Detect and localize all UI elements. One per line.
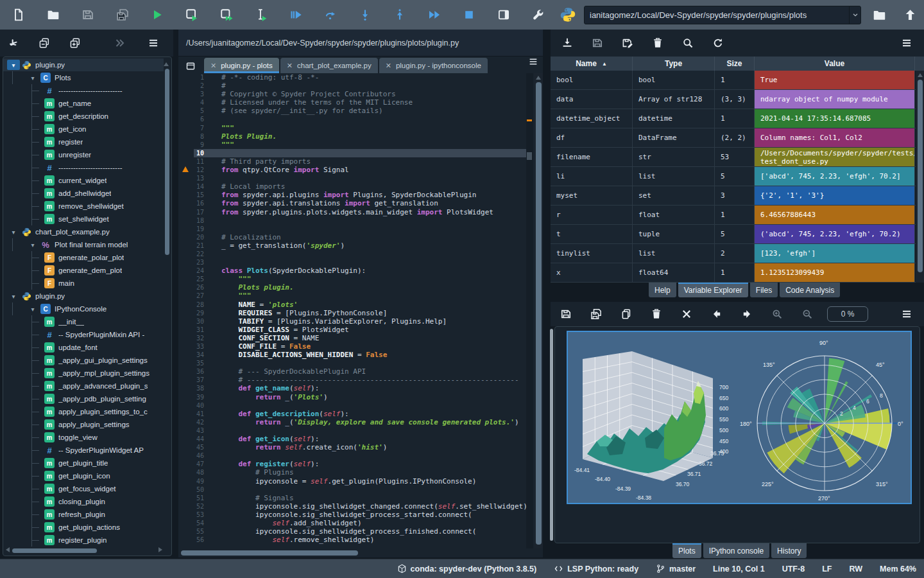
variable-name[interactable]: r — [551, 206, 633, 224]
variable-value[interactable]: ndarray object of numpy module — [755, 90, 915, 109]
outline-item-get_plugin_actions[interactable]: mget_plugin_actions — [3, 521, 164, 534]
encoding-status[interactable]: UTF-8 — [782, 565, 805, 574]
code-editor[interactable]: 1# -*- coding: utf-8 -*-2#3# Copyright ©… — [178, 73, 533, 548]
browse-tabs-button[interactable] — [182, 59, 199, 73]
variable-row-myset[interactable]: mysetset3{'2', '1', '3'} — [551, 186, 924, 206]
editor-hscroll-track[interactable] — [178, 548, 533, 557]
save-button[interactable] — [74, 3, 101, 26]
variable-size[interactable]: (3, 3) — [715, 90, 755, 109]
variable-size[interactable]: 5 — [715, 167, 755, 186]
variable-type[interactable]: DataFrame — [633, 128, 715, 147]
refresh-variables-button[interactable] — [705, 31, 731, 55]
variable-type[interactable]: list — [633, 167, 715, 186]
outline-item-chart_plot_example-py[interactable]: ▾chart_plot_example.py — [3, 225, 164, 238]
outline-item-generate_polar_plot[interactable]: Fgenerate_polar_plot — [3, 251, 164, 264]
outline-item-current_widget[interactable]: mcurrent_widget — [3, 174, 164, 187]
conda-env-status[interactable]: conda: spyder-dev (Python 3.8.5) — [397, 564, 537, 574]
variable-size[interactable]: (2, 2) — [715, 128, 755, 147]
goto-cursor-button[interactable] — [3, 31, 24, 55]
outline-item-main[interactable]: Fmain — [3, 277, 164, 290]
variable-value[interactable]: {'2', '1', '3'} — [755, 186, 915, 205]
open-file-button[interactable] — [40, 3, 67, 26]
variable-value[interactable]: 1.1235123099439 — [755, 263, 915, 282]
remove-variable-button[interactable] — [645, 31, 671, 55]
run-cell-advance-button[interactable] — [213, 3, 240, 26]
outline-item-get_focus_widget[interactable]: mget_focus_widget — [3, 482, 164, 495]
maximize-pane-button[interactable] — [490, 3, 517, 26]
variable-row-bool[interactable]: boolbool1True — [551, 71, 924, 90]
column-header-name[interactable]: Name▲ — [551, 57, 633, 71]
debug-file-button[interactable] — [282, 3, 309, 26]
outline-item-apply_plugin_settings[interactable]: mapply_plugin_settings — [3, 418, 164, 431]
outline-horizontal-scrollbar[interactable] — [12, 548, 97, 553]
stop-debugging-button[interactable] — [456, 3, 483, 26]
outline-item-unregister[interactable]: munregister — [3, 148, 164, 161]
variable-type[interactable]: Array of str128 — [633, 90, 715, 109]
browse-directory-button[interactable] — [866, 3, 892, 26]
search-variable-button[interactable] — [675, 31, 701, 55]
readwrite-status[interactable]: RW — [849, 565, 862, 574]
scroll-left-arrow[interactable] — [6, 547, 10, 552]
chevron-expanded-icon[interactable]: ▾ — [7, 291, 20, 301]
variable-name[interactable]: tinylist — [551, 244, 633, 263]
outline-item-_apply_pdb_plugin_setting[interactable]: m_apply_pdb_plugin_setting — [3, 392, 164, 405]
import-data-button[interactable] — [554, 31, 580, 55]
copy-plot-button[interactable] — [613, 302, 639, 326]
outline-item-plugin-py[interactable]: ▾plugin.py — [3, 290, 164, 302]
variable-value[interactable]: True — [755, 71, 915, 89]
close-tab-icon[interactable]: ✕ — [210, 62, 216, 70]
expand-all-button[interactable] — [64, 31, 86, 55]
variable-value[interactable]: ['abcd', 745, 2.23, 'efgh', 70.2] — [755, 167, 915, 186]
editor-tab-plugin-py-ipythonconsole[interactable]: ✕plugin.py - ipythonconsole — [379, 58, 488, 73]
working-directory-combobox[interactable]: ianitagomez/Local/Dev-Spyder/spyder/spyd… — [584, 6, 861, 24]
editor-tab-chart-plot-example-py[interactable]: ✕chart_plot_example.py — [280, 58, 378, 73]
outline-item-_apply_mpl_plugin_settings[interactable]: m_apply_mpl_plugin_settings — [3, 367, 164, 380]
outline-item-toggle_view[interactable]: mtoggle_view — [3, 431, 164, 444]
variable-size[interactable]: 1 — [715, 109, 755, 128]
collapse-all-button[interactable] — [33, 31, 55, 55]
plots-options-menu-button[interactable] — [894, 302, 920, 326]
warning-flag[interactable] — [527, 119, 532, 121]
step-into-button[interactable] — [352, 3, 379, 26]
outline-item--spyderpluginmixin-api-[interactable]: #-- SpyderPluginMixin API - — [3, 328, 164, 341]
variable-row-tinylist[interactable]: tinylistlist2[123, 'efgh'] — [551, 244, 924, 263]
column-header-type[interactable]: Type — [633, 57, 715, 71]
variable-name[interactable]: li — [551, 167, 633, 186]
variable-size[interactable]: 3 — [715, 186, 755, 205]
outline-item-get_description[interactable]: mget_description — [3, 110, 164, 123]
tab-files[interactable]: Files — [750, 283, 778, 297]
variable-type[interactable]: list — [633, 244, 715, 263]
tab-ipython-console[interactable]: IPython console — [703, 543, 769, 558]
restore-original-tree-button[interactable] — [109, 31, 131, 55]
outline-item-ipythonconsole[interactable]: ▾CIPythonConsole — [3, 302, 164, 315]
outline-item-_apply_gui_plugin_settings[interactable]: m_apply_gui_plugin_settings — [3, 354, 164, 367]
outline-item-generate_dem_plot[interactable]: Fgenerate_dem_plot — [3, 264, 164, 277]
variable-name[interactable]: myset — [551, 186, 633, 205]
scroll-right-arrow[interactable] — [158, 547, 162, 552]
save-plot-button[interactable] — [553, 302, 579, 326]
column-header-value[interactable]: Value — [755, 57, 915, 71]
variable-name[interactable]: data — [551, 90, 633, 109]
vartable-vscroll-track[interactable] — [916, 71, 924, 283]
variable-size[interactable]: 1 — [715, 71, 755, 89]
editor-tab-plugin-py-plots[interactable]: ✕plugin.py - plots — [204, 58, 279, 73]
variable-row-data[interactable]: dataArray of str128(3, 3)ndarray object … — [551, 90, 924, 109]
variable-type[interactable]: float64 — [633, 263, 715, 282]
outline-item-closing_plugin[interactable]: mclosing_plugin — [3, 495, 164, 508]
eol-status[interactable]: LF — [822, 565, 832, 574]
variable-name[interactable]: datetime_object — [551, 109, 633, 128]
save-all-button[interactable] — [109, 3, 136, 26]
variable-size[interactable]: 1 — [715, 206, 755, 224]
run-cell-button[interactable] — [178, 3, 205, 26]
variable-row-datetime_object[interactable]: datetime_objectdatetime12021-04-14 17:35… — [551, 109, 924, 128]
scroll-up-arrow[interactable] — [164, 62, 169, 66]
parent-directory-button[interactable] — [897, 3, 923, 26]
outline-item-get_plugin_title[interactable]: mget_plugin_title — [3, 457, 164, 469]
variable-name[interactable]: bool — [551, 71, 633, 89]
chevron-expanded-icon[interactable]: ▾ — [7, 60, 20, 70]
new-file-button[interactable] — [5, 3, 32, 26]
outline-item-get_name[interactable]: mget_name — [3, 97, 164, 110]
tab-code-analysis[interactable]: Code Analysis — [780, 283, 840, 297]
outline-vertical-scrollbar[interactable] — [165, 69, 169, 255]
chevron-expanded-icon[interactable]: ▾ — [26, 240, 39, 250]
